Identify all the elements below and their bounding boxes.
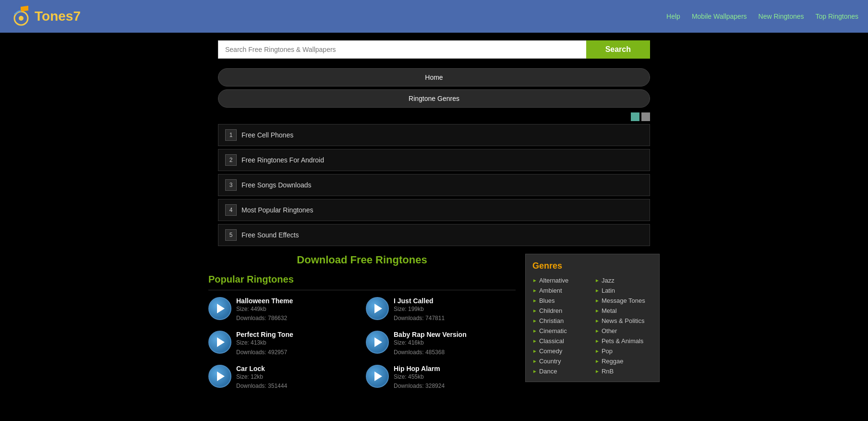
- svg-point-1: [19, 16, 24, 21]
- genre-label: Alternative: [539, 277, 568, 284]
- genre-item-dance[interactable]: ► Dance: [532, 368, 590, 375]
- genre-item-comedy[interactable]: ► Comedy: [532, 347, 590, 355]
- ringtone-size: Size: 413kb: [236, 338, 358, 347]
- play-button[interactable]: [366, 331, 389, 354]
- ringtone-downloads: Downloads: 492957: [236, 348, 358, 357]
- play-button[interactable]: [366, 297, 389, 320]
- genre-item-alternative[interactable]: ► Alternative: [532, 277, 590, 284]
- genre-item-christian[interactable]: ► Christian: [532, 317, 590, 324]
- ringtone-info: Perfect Ring Tone Size: 413kb Downloads:…: [236, 331, 358, 357]
- genre-item-latin[interactable]: ► Latin: [595, 287, 652, 294]
- genre-item-pets-animals[interactable]: ► Pets & Animals: [595, 337, 652, 345]
- play-button[interactable]: [208, 365, 231, 388]
- list-items-area: 1 Free Cell Phones 2 Free Ringtones For …: [0, 124, 868, 254]
- ringtone-size: Size: 449kb: [236, 305, 358, 314]
- genre-item-blues[interactable]: ► Blues: [532, 297, 590, 304]
- home-button[interactable]: Home: [218, 68, 650, 87]
- ringtone-genres-button[interactable]: Ringtone Genres: [218, 89, 650, 108]
- ringtone-name[interactable]: Halloween Theme: [236, 297, 358, 305]
- genre-label: Blues: [539, 297, 555, 304]
- genre-label: Reggae: [602, 358, 624, 365]
- genre-label: Pets & Animals: [602, 337, 643, 345]
- genre-item-children[interactable]: ► Children: [532, 307, 590, 314]
- ringtone-size: Size: 455kb: [394, 372, 516, 382]
- play-icon: [374, 337, 382, 347]
- item-number: 1: [225, 129, 237, 141]
- ringtone-size: Size: 199kb: [394, 305, 516, 314]
- ringtone-item: Car Lock Size: 12kb Downloads: 351444: [208, 365, 358, 391]
- search-button[interactable]: Search: [586, 40, 650, 59]
- genre-arrow-icon: ►: [595, 348, 600, 354]
- ringtone-info: Baby Rap New Version Size: 416kb Downloa…: [394, 331, 516, 357]
- nav-mobile-wallpapers[interactable]: Mobile Wallpapers: [692, 12, 747, 20]
- genre-item-metal[interactable]: ► Metal: [595, 307, 652, 314]
- play-button[interactable]: [366, 365, 389, 388]
- nav-help[interactable]: Help: [666, 12, 680, 20]
- slider-prev-button[interactable]: [631, 112, 639, 121]
- play-button[interactable]: [208, 331, 231, 354]
- genre-item-news-politics[interactable]: ► News & Politics: [595, 317, 652, 324]
- page-title: Download Free Ringtones: [208, 254, 516, 266]
- genre-item-message-tones[interactable]: ► Message Tones: [595, 297, 652, 304]
- genre-arrow-icon: ►: [532, 298, 537, 303]
- play-button[interactable]: [208, 297, 231, 320]
- genre-label: Pop: [602, 347, 613, 355]
- ringtone-item: Perfect Ring Tone Size: 413kb Downloads:…: [208, 331, 358, 357]
- genre-arrow-icon: ►: [595, 308, 600, 313]
- list-item[interactable]: 2 Free Ringtones For Android: [218, 149, 650, 171]
- main-nav: Help Mobile Wallpapers New Ringtones Top…: [666, 12, 858, 20]
- list-item[interactable]: 3 Free Songs Downloads: [218, 174, 650, 196]
- genre-item-pop[interactable]: ► Pop: [595, 347, 652, 355]
- genre-arrow-icon: ►: [595, 369, 600, 374]
- genre-arrow-icon: ►: [532, 278, 537, 283]
- ringtone-downloads: Downloads: 485368: [394, 348, 516, 357]
- list-item[interactable]: 1 Free Cell Phones: [218, 124, 650, 146]
- ringtone-downloads: Downloads: 786632: [236, 314, 358, 323]
- slider-next-button[interactable]: [641, 112, 650, 121]
- nav-new-ringtones[interactable]: New Ringtones: [759, 12, 804, 20]
- ringtone-item: I Just Called Size: 199kb Downloads: 747…: [366, 297, 516, 323]
- genre-item-other[interactable]: ► Other: [595, 327, 652, 334]
- genre-item-cinematic[interactable]: ► Cinematic: [532, 327, 590, 334]
- genre-arrow-icon: ►: [532, 288, 537, 293]
- ringtone-info: Hip Hop Alarm Size: 455kb Downloads: 328…: [394, 365, 516, 391]
- genre-item-country[interactable]: ► Country: [532, 358, 590, 365]
- search-input[interactable]: [218, 40, 586, 59]
- ringtone-name[interactable]: I Just Called: [394, 297, 516, 305]
- item-label: Free Ringtones For Android: [241, 156, 324, 164]
- genre-arrow-icon: ►: [595, 318, 600, 323]
- genre-item-classical[interactable]: ► Classical: [532, 337, 590, 345]
- nav-top-ringtones[interactable]: Top Ringtones: [815, 12, 858, 20]
- genre-arrow-icon: ►: [532, 338, 537, 344]
- ringtone-name[interactable]: Perfect Ring Tone: [236, 331, 358, 338]
- genre-label: Christian: [539, 317, 564, 324]
- genre-arrow-icon: ►: [532, 348, 537, 354]
- ringtone-info: Car Lock Size: 12kb Downloads: 351444: [236, 365, 358, 391]
- genre-label: RnB: [602, 368, 614, 375]
- genres-grid: ► Alternative ► Jazz ► Ambient ► Latin ►: [532, 277, 652, 375]
- ringtone-name[interactable]: Baby Rap New Version: [394, 331, 516, 338]
- content-left: Download Free Ringtones Popular Ringtone…: [208, 254, 516, 391]
- item-number: 2: [225, 154, 237, 166]
- play-icon: [217, 337, 225, 347]
- ringtone-name[interactable]: Car Lock: [236, 365, 358, 372]
- list-item[interactable]: 5 Free Sound Effects: [218, 224, 650, 246]
- genre-item-jazz[interactable]: ► Jazz: [595, 277, 652, 284]
- ringtone-downloads: Downloads: 351444: [236, 382, 358, 391]
- genre-arrow-icon: ►: [595, 288, 600, 293]
- genres-box: Genres ► Alternative ► Jazz ► Ambient ► …: [525, 254, 660, 382]
- item-label: Free Sound Effects: [241, 231, 299, 239]
- ringtone-name[interactable]: Hip Hop Alarm: [394, 365, 516, 372]
- list-item[interactable]: 4 Most Popular Ringtones: [218, 199, 650, 221]
- genre-item-reggae[interactable]: ► Reggae: [595, 358, 652, 365]
- header: Tones7 Help Mobile Wallpapers New Ringto…: [0, 0, 868, 33]
- popular-ringtones-title: Popular Ringtones: [208, 274, 516, 285]
- genre-item-rnb[interactable]: ► RnB: [595, 368, 652, 375]
- genre-label: Classical: [539, 337, 564, 345]
- item-label: Most Popular Ringtones: [241, 206, 313, 214]
- ringtone-downloads: Downloads: 328924: [394, 382, 516, 391]
- play-icon: [217, 304, 225, 313]
- slider-controls: [218, 112, 650, 121]
- genre-arrow-icon: ►: [595, 359, 600, 364]
- genre-item-ambient[interactable]: ► Ambient: [532, 287, 590, 294]
